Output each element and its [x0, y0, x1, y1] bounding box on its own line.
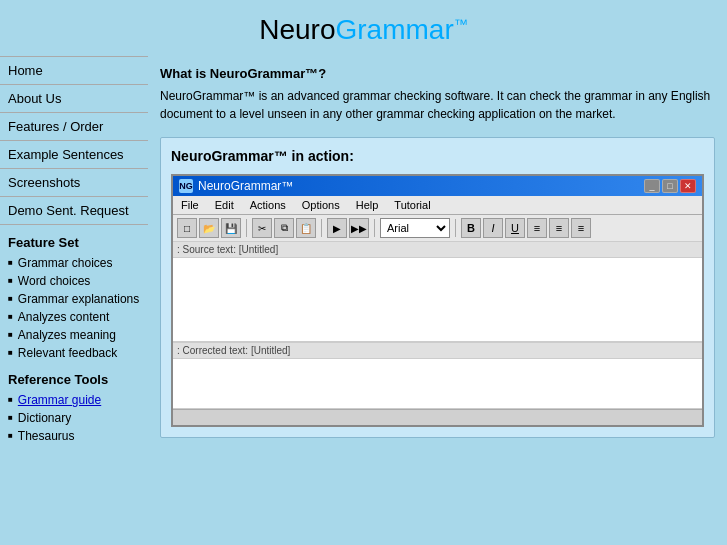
sidebar-item-demo-sent-request[interactable]: Demo Sent. Request [0, 197, 148, 225]
titlebar-left: NG NeuroGrammar™ [179, 179, 293, 193]
what-is-text: NeuroGrammar™ is an advanced grammar che… [160, 87, 715, 123]
app-icon: NG [179, 179, 193, 193]
feature-item: Analyzes meaning [8, 326, 140, 344]
toolbar-run2[interactable]: ▶▶ [349, 218, 369, 238]
sidebar-item-features-order[interactable]: Features / Order [0, 113, 148, 141]
reference-item-dictionary: Dictionary [8, 409, 140, 427]
app-window: NG NeuroGrammar™ _ □ ✕ File Edit Ac [171, 174, 704, 427]
sidebar-item-about-us[interactable]: About Us [0, 85, 148, 113]
corrected-text-area[interactable] [173, 359, 702, 409]
titlebar-buttons: _ □ ✕ [644, 179, 696, 193]
source-label: : Source text: [Untitled] [173, 242, 702, 258]
feature-item: Word choices [8, 272, 140, 290]
sidebar-item-home[interactable]: Home [0, 56, 148, 85]
feature-item: Grammar choices [8, 254, 140, 272]
feature-set-title: Feature Set [0, 225, 148, 254]
toolbar-copy[interactable]: ⧉ [274, 218, 294, 238]
what-is-title: What is NeuroGrammar™? [160, 66, 715, 81]
corrected-label: : Corrected text: [Untitled] [173, 342, 702, 359]
toolbar-separator-3 [374, 219, 375, 237]
sidebar-item-screenshots[interactable]: Screenshots [0, 169, 148, 197]
underline-button[interactable]: U [505, 218, 525, 238]
font-select[interactable]: Arial [380, 218, 450, 238]
title-neuro: Neuro [259, 14, 335, 45]
reference-tools-title: Reference Tools [0, 362, 148, 391]
close-button[interactable]: ✕ [680, 179, 696, 193]
feature-item: Grammar explanations [8, 290, 140, 308]
site-title: NeuroGrammar™ [0, 14, 727, 46]
toolbar-new[interactable]: □ [177, 218, 197, 238]
toolbar-save[interactable]: 💾 [221, 218, 241, 238]
format-buttons: B I U ≡ ≡ ≡ [461, 218, 591, 238]
sidebar-item-example-sentences[interactable]: Example Sentences [0, 141, 148, 169]
title-tm: ™ [454, 16, 468, 32]
toolbar-open[interactable]: 📂 [199, 218, 219, 238]
toolbar-separator-1 [246, 219, 247, 237]
demo-box-title: NeuroGrammar™ in action: [171, 148, 704, 164]
grammar-guide-link[interactable]: Grammar guide [18, 393, 101, 407]
app-menubar: File Edit Actions Options Help Tutorial [173, 196, 702, 215]
bold-button[interactable]: B [461, 218, 481, 238]
maximize-button[interactable]: □ [662, 179, 678, 193]
content-area: Home About Us Features / Order Example S… [0, 56, 727, 545]
menu-help[interactable]: Help [352, 198, 383, 212]
app-title: NeuroGrammar™ [198, 179, 293, 193]
reference-item-thesaurus: Thesaurus [8, 427, 140, 445]
menu-tutorial[interactable]: Tutorial [390, 198, 434, 212]
toolbar-cut[interactable]: ✂ [252, 218, 272, 238]
italic-button[interactable]: I [483, 218, 503, 238]
source-text-content[interactable] [173, 258, 702, 341]
feature-list: Grammar choices Word choices Grammar exp… [0, 254, 148, 362]
menu-options[interactable]: Options [298, 198, 344, 212]
toolbar-separator-4 [455, 219, 456, 237]
align-center-button[interactable]: ≡ [549, 218, 569, 238]
align-left-button[interactable]: ≡ [527, 218, 547, 238]
app-toolbar: □ 📂 💾 ✂ ⧉ 📋 ▶ ▶▶ Arial [173, 215, 702, 242]
toolbar-separator-2 [321, 219, 322, 237]
menu-file[interactable]: File [177, 198, 203, 212]
reference-item-grammar: Grammar guide [8, 391, 140, 409]
app-statusbar [173, 409, 702, 425]
reference-list: Grammar guide Dictionary Thesaurus [0, 391, 148, 445]
toolbar-paste[interactable]: 📋 [296, 218, 316, 238]
app-titlebar: NG NeuroGrammar™ _ □ ✕ [173, 176, 702, 196]
menu-edit[interactable]: Edit [211, 198, 238, 212]
feature-item: Analyzes content [8, 308, 140, 326]
title-grammar: Grammar [336, 14, 454, 45]
feature-item: Relevant feedback [8, 344, 140, 362]
main-content: What is NeuroGrammar™? NeuroGrammar™ is … [148, 56, 727, 545]
toolbar-run1[interactable]: ▶ [327, 218, 347, 238]
menu-actions[interactable]: Actions [246, 198, 290, 212]
page-wrapper: NeuroGrammar™ Home About Us Features / O… [0, 0, 727, 545]
minimize-button[interactable]: _ [644, 179, 660, 193]
sidebar: Home About Us Features / Order Example S… [0, 56, 148, 545]
source-text-area: : Source text: [Untitled] [173, 242, 702, 342]
align-right-button[interactable]: ≡ [571, 218, 591, 238]
demo-box: NeuroGrammar™ in action: NG NeuroGrammar… [160, 137, 715, 438]
header: NeuroGrammar™ [0, 0, 727, 56]
